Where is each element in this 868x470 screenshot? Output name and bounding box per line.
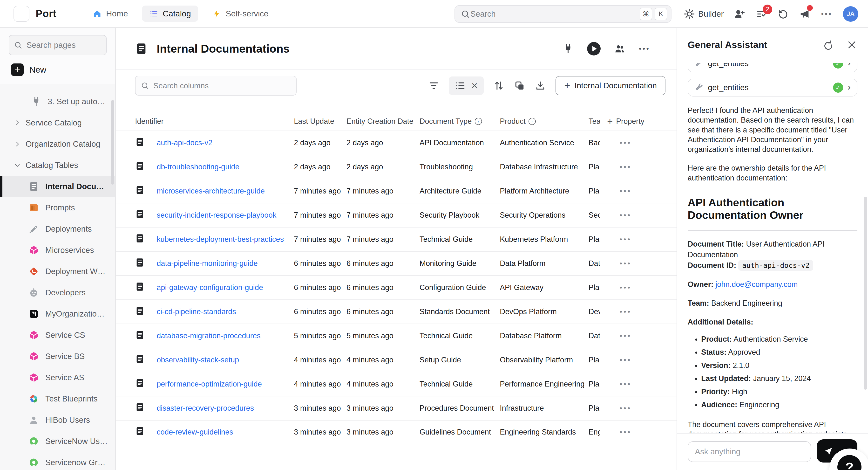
info-icon[interactable]: i [528, 118, 536, 125]
info-icon[interactable]: i [475, 118, 482, 125]
entity-link[interactable]: code-review-guidelines [157, 428, 294, 437]
row-more-button[interactable]: ••• [620, 211, 632, 219]
sidebar-scrollbar[interactable] [111, 100, 114, 184]
column-search[interactable] [135, 76, 297, 95]
row-more-button[interactable]: ••• [620, 307, 632, 316]
sidebar-item-catalog-tables[interactable]: Catalog Tables [0, 155, 115, 176]
column-header-identifier[interactable]: Identifier [135, 117, 294, 126]
tasks-button[interactable]: 2 [756, 8, 767, 20]
port-logo[interactable] [13, 6, 29, 22]
sidebar-item-servicenow-us[interactable]: ServiceNow Us… [0, 431, 115, 452]
reset-icon[interactable] [823, 39, 834, 51]
history-button[interactable] [778, 8, 789, 20]
entity-link[interactable]: database-migration-procedures [157, 331, 294, 340]
cube-icon [28, 351, 39, 362]
sidebar-item-deployments[interactable]: Deployments [0, 218, 115, 240]
close-icon[interactable] [846, 39, 858, 51]
nav-tab-catalog[interactable]: Catalog [142, 5, 198, 22]
new-page-button[interactable]: + New [11, 63, 106, 76]
column-header-product[interactable]: Producti [500, 117, 589, 126]
entity-link[interactable]: microservices-architecture-guide [157, 187, 294, 196]
column-search-input[interactable] [153, 81, 291, 90]
builder-button[interactable]: Builder [684, 8, 724, 20]
plug-icon[interactable] [562, 43, 574, 54]
sidebar-item-service-as[interactable]: Service AS [0, 367, 115, 388]
column-header-entity-creation-date[interactable]: Entity Creation Date [346, 117, 420, 126]
pinwheel-icon [28, 393, 39, 404]
page-more-button[interactable]: ••• [639, 45, 650, 53]
sidebar-item-service-bs[interactable]: Service BS [0, 346, 115, 367]
sidebar-search[interactable] [9, 35, 106, 55]
entity-link[interactable]: disaster-recovery-procedures [157, 404, 294, 413]
sidebar-item-myorganizatio[interactable]: MyOrganizatio… [0, 303, 115, 324]
chevron-right-icon[interactable]: › [847, 63, 850, 67]
owner-email-link[interactable]: john.doe@company.com [715, 280, 798, 289]
play-icon[interactable] [587, 42, 600, 56]
sidebar-item-organization-catalog[interactable]: Organization Catalog [0, 134, 115, 155]
copy-icon[interactable] [514, 80, 525, 91]
chevron-right-icon[interactable]: › [847, 82, 850, 92]
filter-icon[interactable] [428, 80, 439, 91]
add-entity-button[interactable]: + Internal Documentation [556, 76, 665, 95]
clear-icon[interactable]: ✕ [471, 81, 478, 90]
divider [688, 230, 858, 231]
tool-call-card[interactable]: get_entities✓› [688, 63, 858, 72]
invite-users-button[interactable] [734, 8, 745, 20]
entity-link[interactable]: security-incident-response-playbook [157, 211, 294, 219]
entity-link[interactable]: auth-api-docs-v2 [157, 139, 294, 147]
sidebar-item-deployment-w[interactable]: Deployment W… [0, 261, 115, 282]
row-more-button[interactable]: ••• [620, 139, 632, 147]
chevron-down-icon[interactable] [12, 162, 22, 169]
user-avatar[interactable]: JA [843, 6, 858, 22]
page-header: Internal Documentations ••• [116, 28, 677, 70]
tool-call-card[interactable]: get_entities✓› [688, 79, 858, 96]
global-search-input[interactable] [470, 9, 637, 19]
row-more-button[interactable]: ••• [620, 380, 632, 388]
entity-link[interactable]: db-troubleshooting-guide [157, 163, 294, 171]
announcements-button[interactable] [799, 8, 810, 20]
sidebar-item-service-cs[interactable]: Service CS [0, 324, 115, 346]
cell-document-type: Technical Guide [420, 331, 500, 340]
row-more-button[interactable]: ••• [620, 235, 632, 243]
row-more-button[interactable]: ••• [620, 404, 632, 412]
entity-link[interactable]: api-gateway-configuration-guide [157, 283, 294, 292]
row-more-button[interactable]: ••• [620, 428, 632, 436]
nav-tab-self-service[interactable]: Self-service [205, 5, 276, 22]
sidebar-item-prompts[interactable]: Prompts [0, 197, 115, 218]
global-search[interactable]: ⌘ K [455, 5, 672, 23]
sidebar-item-hibob-users[interactable]: HiBob Users [0, 409, 115, 431]
sort-icon[interactable] [493, 80, 504, 91]
add-property-button[interactable]: + Property [600, 112, 677, 130]
column-header-last-update[interactable]: Last Update [294, 117, 346, 126]
entity-link[interactable]: observability-stack-setup [157, 356, 294, 364]
additional-details-label: Additional Details: [688, 317, 858, 327]
nav-tab-home[interactable]: Home [85, 5, 135, 22]
row-more-button[interactable]: ••• [620, 187, 632, 195]
column-header-document-type[interactable]: Document Typei [420, 117, 500, 126]
row-more-button[interactable]: ••• [620, 259, 632, 268]
entity-link[interactable]: performance-optimization-guide [157, 380, 294, 388]
entity-link[interactable]: ci-cd-pipeline-standards [157, 307, 294, 316]
more-menu-button[interactable]: ••• [821, 10, 832, 18]
sidebar-item-test-blueprints[interactable]: Test Blueprints [0, 388, 115, 409]
row-more-button[interactable]: ••• [620, 356, 632, 364]
sidebar-item-microservices[interactable]: Microservices [0, 240, 115, 261]
sidebar-search-input[interactable] [26, 40, 101, 50]
download-icon[interactable] [535, 80, 546, 91]
row-more-button[interactable]: ••• [620, 163, 632, 171]
panel-scrollbar[interactable] [864, 197, 867, 390]
sidebar-item-service-catalog[interactable]: Service Catalog [0, 112, 115, 134]
sidebar-item-internal-docu[interactable]: Internal Docu… [0, 176, 115, 197]
sidebar-item-servicenow-gr[interactable]: Servicenow Gr… [0, 452, 115, 470]
group-by-control[interactable]: ✕ [449, 77, 484, 95]
row-more-button[interactable]: ••• [620, 332, 632, 340]
row-more-button[interactable]: ••• [620, 284, 632, 292]
sidebar-item-developers[interactable]: Developers [0, 282, 115, 303]
sidebar-item-3-set-up-auto[interactable]: 3. Set up auto… [0, 91, 115, 112]
users-icon[interactable] [614, 43, 625, 54]
entity-link[interactable]: data-pipeline-monitoring-guide [157, 259, 294, 268]
chevron-right-icon[interactable] [12, 141, 22, 147]
chevron-right-icon[interactable] [12, 119, 22, 126]
entity-link[interactable]: kubernetes-deployment-best-practices [157, 235, 294, 244]
ask-input[interactable] [688, 441, 811, 462]
